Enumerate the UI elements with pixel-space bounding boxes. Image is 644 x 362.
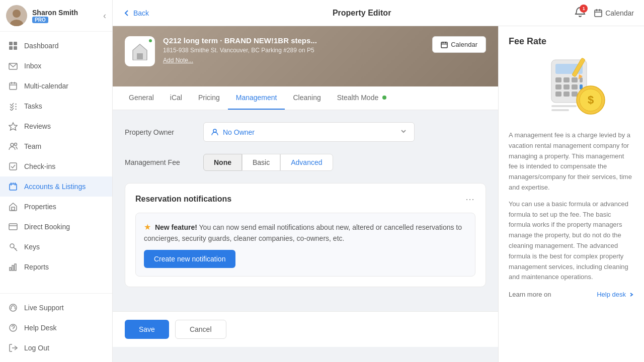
svg-point-47 [213,129,216,132]
sidebar-item-keys[interactable]: Keys [0,237,112,257]
property-calendar-button[interactable]: Calendar [432,36,486,53]
notification-button[interactable]: 1 [575,7,586,20]
sidebar-item-tasks[interactable]: Tasks [0,96,112,116]
management-fee-label: Management Fee [125,158,195,166]
fee-basic-button[interactable]: Basic [242,154,280,171]
tab-general[interactable]: General [121,86,162,110]
logout-icon [8,343,18,353]
sidebar-item-team[interactable]: Team [0,136,112,156]
sidebar-item-label: Help Desk [24,324,104,332]
sidebar-item-live-support[interactable]: Live Support [0,298,112,318]
sidebar-item-inbox[interactable]: Inbox [0,56,112,76]
sidebar-toggle[interactable]: ‹ [103,11,106,21]
home-icon [8,202,18,212]
property-icon [125,36,155,66]
page-title: Property Editor [154,9,570,18]
property-name: Q212 long term · BRAND NEW!1BR steps... [163,36,424,45]
svg-rect-60 [572,92,578,97]
tab-cleaning-label: Cleaning [293,94,320,102]
help-icon [8,323,18,333]
tab-ical-label: iCal [170,94,182,102]
svg-rect-50 [555,77,561,82]
sidebar-item-properties[interactable]: Properties [0,197,112,217]
sidebar-item-multi-calendar[interactable]: Multi-calendar [0,76,112,96]
more-options-button[interactable]: ⋯ [465,194,475,205]
tabs-bar: General iCal Pricing Management Cleaning… [113,86,498,110]
sidebar-item-label: Team [24,142,104,150]
sidebar-item-reviews[interactable]: Reviews [0,116,112,136]
notification-badge: 1 [580,5,588,13]
chevron-down-icon [400,128,407,136]
accounts-icon [8,182,18,192]
sidebar-item-check-ins[interactable]: Check-ins [0,156,112,176]
sidebar-item-reports[interactable]: Reports [0,257,112,277]
svg-rect-29 [10,267,11,270]
sidebar-item-label: Dashboard [24,42,104,50]
management-fee-row: Management Fee None Basic Advanced [125,154,486,171]
save-button[interactable]: Save [125,320,169,339]
property-info: Q212 long term · BRAND NEW!1BR steps... … [163,36,424,64]
cancel-button[interactable]: Cancel [175,320,226,339]
svg-rect-43 [441,42,447,48]
tab-pricing[interactable]: Pricing [190,86,228,110]
svg-point-36 [13,330,14,330]
svg-point-16 [11,143,14,146]
bottom-actions: Save Cancel [113,311,498,347]
pro-badge: PRO [32,17,48,23]
sidebar-item-label: Multi-calendar [24,82,104,90]
tab-general-label: General [129,94,154,102]
owner-value: No Owner [223,128,255,136]
svg-rect-55 [564,84,570,89]
svg-point-17 [15,143,17,146]
back-button[interactable]: Back [123,9,149,17]
fee-illustration: $ [509,55,634,120]
calendar-button[interactable]: Calendar [594,9,634,18]
star-icon: ★ [144,223,151,231]
fee-advanced-button[interactable]: Advanced [280,154,333,171]
svg-rect-31 [15,264,16,270]
svg-rect-8 [10,83,17,89]
svg-marker-15 [9,123,17,130]
svg-rect-59 [564,92,570,97]
sidebar-item-help-desk[interactable]: Help Desk [0,318,112,338]
tab-cleaning[interactable]: Cleaning [285,86,329,110]
tab-ical[interactable]: iCal [162,86,190,110]
svg-rect-4 [14,42,17,45]
reservation-notifications-card: Reservation notifications ⋯ ★ New featur… [125,183,486,287]
add-note-link[interactable]: Add Note... [163,57,424,64]
help-desk-link[interactable]: Help desk [597,291,634,298]
svg-rect-68 [551,109,569,111]
svg-text:$: $ [588,94,594,106]
owner-select[interactable]: No Owner [203,122,415,142]
notifications-header: Reservation notifications ⋯ [135,194,475,205]
stealth-mode-dot [382,96,386,100]
sidebar-item-accounts-listings[interactable]: Accounts & Listings [0,176,112,197]
sidebar-item-label: Direct Booking [24,223,104,231]
sidebar-item-label: Tasks [24,102,104,110]
left-panel: Q212 long term · BRAND NEW!1BR steps... … [113,26,498,362]
create-notification-button[interactable]: Create new notification [144,250,235,268]
tab-stealth-mode[interactable]: Stealth Mode [329,86,395,110]
sidebar-item-direct-booking[interactable]: Direct Booking [0,217,112,237]
svg-rect-30 [12,265,14,270]
bar-chart-icon [8,262,18,272]
topbar: Back Property Editor 1 Calendar [113,0,644,26]
svg-rect-38 [595,10,602,17]
person-icon [211,128,219,136]
property-header: Q212 long term · BRAND NEW!1BR steps... … [113,26,498,86]
tab-management-label: Management [236,94,277,102]
sidebar-item-dashboard[interactable]: Dashboard [0,36,112,56]
svg-point-26 [10,244,14,248]
feature-notice-text: ★ New feature! You can now send email no… [144,221,467,244]
svg-rect-5 [9,46,13,50]
property-owner-label: Property Owner [125,128,195,136]
sidebar-item-log-out[interactable]: Log Out [0,338,112,358]
tab-management[interactable]: Management [228,86,285,110]
sidebar-item-label: Reviews [24,122,104,130]
username: Sharon Smith [32,9,78,17]
sidebar-item-label: Live Support [24,304,104,312]
tasks-icon [8,101,18,111]
svg-rect-23 [12,207,15,210]
main-content: Back Property Editor 1 Calendar [113,0,644,362]
fee-none-button[interactable]: None [203,154,242,171]
